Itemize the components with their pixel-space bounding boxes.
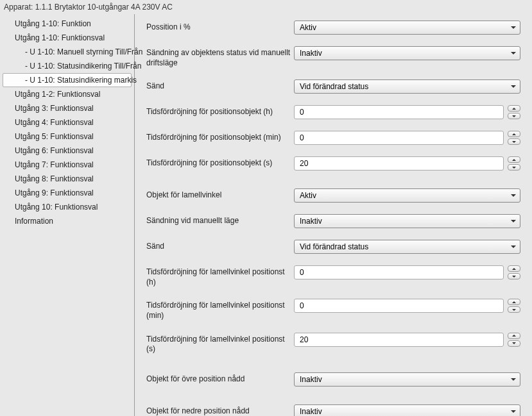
caret-up-icon: [512, 159, 516, 161]
form-row-9: Tidsfördröjning för lamellvinkel positio…: [146, 265, 520, 287]
form-row-10: Tidsfördröjning för lamellvinkel positio…: [146, 299, 520, 320]
dropdown-value: Vid förändrad status: [300, 242, 368, 251]
sidebar-item-label: Utgång 9: Funktionsval: [15, 188, 94, 197]
sidebar-item-13[interactable]: Utgång 10: Funktionsval: [3, 200, 132, 214]
spinner: [508, 299, 520, 313]
caret-up-icon: [512, 301, 516, 303]
dropdown[interactable]: Inaktiv: [294, 372, 520, 387]
chevron-down-icon: [511, 26, 516, 29]
number-value: 0: [300, 301, 304, 310]
form-row-11: Tidsfördröjning för lamellvinkel positio…: [146, 333, 520, 354]
chevron-down-icon: [511, 410, 516, 413]
sidebar-item-8[interactable]: Utgång 5: Funktionsval: [3, 129, 132, 144]
sidebar-item-2[interactable]: - U 1-10: Manuell styrning Till/Från: [3, 45, 132, 59]
number-input[interactable]: 0: [294, 131, 504, 145]
sidebar-item-label: - U 1-10: Statusindikering Till/Från: [25, 62, 141, 71]
caret-down-icon: [512, 115, 516, 117]
form-control: Vid förändrad status: [294, 79, 520, 94]
spinner: [508, 131, 520, 145]
sidebar-item-12[interactable]: Utgång 9: Funktionsval: [3, 186, 132, 200]
number-input[interactable]: 20: [294, 333, 504, 347]
dropdown[interactable]: Inaktiv: [294, 214, 520, 228]
form-label: Tidsfördröjning för lamellvinkel positio…: [146, 333, 294, 354]
number-input[interactable]: 0: [294, 105, 504, 119]
caret-down-icon: [512, 141, 516, 143]
caret-up-icon: [512, 108, 516, 110]
form-label: Objekt för lamellvinkel: [146, 188, 294, 201]
form-control: 0: [294, 105, 520, 119]
caret-up-icon: [512, 133, 516, 135]
form-label: Objekt för övre position nådd: [146, 372, 294, 385]
form-label: Sänd: [146, 79, 294, 92]
dropdown-value: Inaktiv: [300, 217, 322, 226]
sidebar-item-label: - U 1-10: Manuell styrning Till/Från: [25, 47, 142, 56]
spinner-down-button[interactable]: [508, 273, 520, 279]
sidebar-item-1[interactable]: Utgång 1-10: Funktionsval: [3, 31, 132, 45]
number-input[interactable]: 0: [294, 265, 504, 279]
form-control: Vid förändrad status: [294, 240, 520, 254]
number-input[interactable]: 0: [294, 299, 504, 313]
spinner-up-button[interactable]: [508, 131, 520, 137]
form-label: Tidsfördröjning för positionsobjekt (h): [146, 105, 294, 117]
number-input[interactable]: 20: [294, 156, 504, 171]
dropdown[interactable]: Aktiv: [294, 188, 520, 203]
sidebar-item-label: - U 1-10: Statusindikering markis: [25, 76, 137, 85]
sidebar-item-0[interactable]: Utgång 1-10: Funktion: [3, 17, 132, 31]
content-panel: Possition i %AktivSändning av objektens …: [135, 14, 532, 416]
dropdown-value: Inaktiv: [300, 407, 322, 416]
sidebar: Utgång 1-10: FunktionUtgång 1-10: Funkti…: [0, 14, 135, 416]
form-row-2: SändVid förändrad status: [146, 79, 520, 94]
number-value: 0: [300, 108, 304, 117]
spinner-up-button[interactable]: [508, 156, 520, 163]
chevron-down-icon: [511, 85, 516, 88]
sidebar-item-9[interactable]: Utgång 6: Funktionsval: [3, 144, 132, 158]
sidebar-item-label: Utgång 4: Funktionsval: [15, 118, 94, 127]
sidebar-item-14[interactable]: Information: [3, 214, 132, 228]
sidebar-item-label: Utgång 7: Funktionsval: [15, 160, 94, 169]
form-control: Inaktiv: [294, 404, 520, 416]
form-label: Possition i %: [146, 21, 294, 33]
dropdown-value: Aktiv: [300, 191, 316, 200]
dropdown-value: Vid förändrad status: [300, 82, 368, 91]
dropdown[interactable]: Inaktiv: [294, 404, 520, 416]
form-control: Aktiv: [294, 188, 520, 203]
dropdown[interactable]: Aktiv: [294, 21, 520, 35]
caret-down-icon: [512, 342, 516, 344]
form-control: Inaktiv: [294, 214, 520, 228]
chevron-down-icon: [511, 245, 516, 248]
spinner-down-button[interactable]: [508, 340, 520, 347]
spinner-down-button[interactable]: [508, 164, 520, 171]
sidebar-item-4[interactable]: - U 1-10: Statusindikering markis: [3, 73, 132, 87]
form-label: Tidsfördröjning för positionsobjekt (s): [146, 156, 294, 169]
sidebar-item-11[interactable]: Utgång 8: Funktionsval: [3, 172, 132, 186]
form-row-4: Tidsfördröjning för positionsobjekt (min…: [146, 131, 520, 145]
dropdown[interactable]: Inaktiv: [294, 46, 520, 60]
sidebar-item-7[interactable]: Utgång 4: Funktionsval: [3, 115, 132, 129]
form-label: Sändning vid manuellt läge: [146, 214, 294, 226]
spinner-up-button[interactable]: [508, 333, 520, 339]
sidebar-item-label: Information: [15, 217, 53, 226]
spinner-down-button[interactable]: [508, 138, 520, 145]
number-value: 0: [300, 268, 304, 277]
sidebar-item-3[interactable]: - U 1-10: Statusindikering Till/Från: [3, 59, 132, 73]
spinner-up-button[interactable]: [508, 265, 520, 272]
form-control: 0: [294, 299, 520, 313]
spinner-down-button[interactable]: [508, 306, 520, 313]
sidebar-item-5[interactable]: Utgång 1-2: Funktionsval: [3, 87, 132, 101]
spinner-up-button[interactable]: [508, 299, 520, 305]
dropdown-value: Aktiv: [300, 23, 316, 32]
sidebar-item-label: Utgång 1-10: Funktion: [15, 19, 91, 28]
number-value: 20: [300, 159, 308, 168]
sidebar-item-6[interactable]: Utgång 3: Funktionsval: [3, 101, 132, 115]
sidebar-item-label: Utgång 3: Funktionsval: [15, 104, 94, 113]
form-control: 0: [294, 131, 520, 145]
form-row-8: SändVid förändrad status: [146, 240, 520, 254]
sidebar-item-10[interactable]: Utgång 7: Funktionsval: [3, 158, 132, 172]
spinner-down-button[interactable]: [508, 113, 520, 119]
dropdown[interactable]: Vid förändrad status: [294, 79, 520, 94]
spinner-up-button[interactable]: [508, 105, 520, 112]
form-control: Aktiv: [294, 21, 520, 35]
dropdown[interactable]: Vid förändrad status: [294, 240, 520, 254]
caret-down-icon: [512, 309, 516, 311]
spinner: [508, 156, 520, 171]
